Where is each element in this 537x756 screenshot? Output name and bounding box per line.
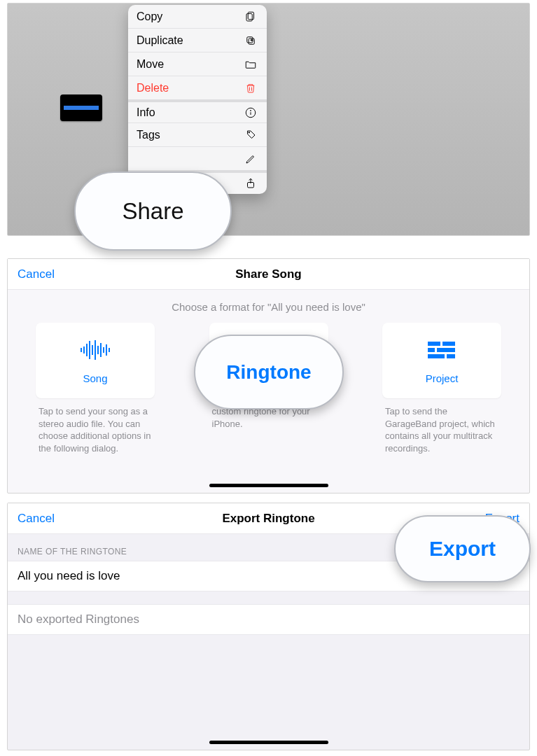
- tracks-icon: [428, 337, 456, 363]
- callout-ringtone: Ringtone: [194, 335, 344, 410]
- menu-tags[interactable]: Tags: [128, 123, 267, 147]
- menu-label: Delete: [137, 82, 169, 94]
- menu-copy[interactable]: Copy: [128, 5, 267, 29]
- share-subtitle: Choose a format for "All you need is lov…: [8, 301, 529, 313]
- pencil-icon: [244, 153, 257, 165]
- menu-label: Move: [137, 58, 164, 71]
- menu-label: Tags: [137, 129, 160, 141]
- menu-label: Info: [137, 106, 155, 119]
- home-indicator: [209, 484, 328, 487]
- trash-icon: [244, 82, 257, 94]
- card-desc: Tap to send your song as a stereo audio …: [36, 405, 155, 454]
- project-thumbnail[interactable]: [60, 94, 102, 121]
- context-menu: Copy Duplicate Move Delete Info: [128, 5, 267, 194]
- export-status: No exported Ringtones: [8, 604, 529, 635]
- cancel-button[interactable]: Cancel: [18, 512, 55, 526]
- menu-label: Copy: [137, 10, 162, 23]
- card-label: Project: [426, 372, 459, 384]
- menu-duplicate[interactable]: Duplicate: [128, 29, 267, 52]
- menu-label: Duplicate: [137, 34, 183, 47]
- menu-move[interactable]: Move: [128, 52, 267, 76]
- callout-export: Export: [394, 515, 531, 582]
- share-nav-bar: Cancel Share Song: [8, 259, 529, 290]
- copy-icon: [244, 10, 257, 23]
- share-option-song[interactable]: Song: [36, 323, 155, 398]
- card-desc: Tap to send the GarageBand project, whic…: [382, 405, 501, 454]
- menu-rename[interactable]: [128, 147, 267, 171]
- share-title: Share Song: [8, 267, 529, 281]
- info-icon: [244, 106, 257, 119]
- waveform-icon: [81, 337, 110, 363]
- share-option-project[interactable]: Project: [382, 323, 501, 398]
- svg-point-11: [249, 132, 250, 133]
- menu-delete[interactable]: Delete: [128, 76, 267, 100]
- menu-info[interactable]: Info: [128, 99, 267, 123]
- svg-rect-1: [246, 13, 252, 21]
- tag-icon: [244, 129, 257, 141]
- home-indicator: [209, 741, 328, 744]
- share-icon: [244, 177, 257, 190]
- svg-rect-0: [248, 12, 253, 20]
- callout-share: Share: [74, 172, 232, 251]
- card-label: Song: [83, 372, 107, 384]
- svg-point-10: [251, 110, 251, 111]
- folder-icon: [244, 58, 257, 71]
- cancel-button[interactable]: Cancel: [18, 267, 55, 281]
- duplicate-icon: [244, 34, 257, 47]
